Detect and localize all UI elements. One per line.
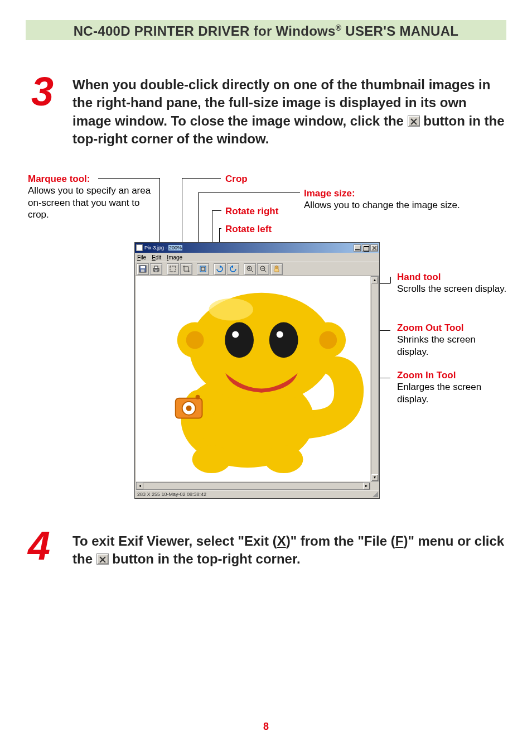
imagesize-button[interactable]: [197, 263, 209, 275]
svg-rect-2: [141, 269, 144, 272]
close-button[interactable]: [370, 244, 378, 252]
svg-point-31: [232, 331, 239, 338]
leader-line: [390, 277, 391, 283]
svg-rect-1: [141, 266, 145, 268]
step-3-text: When you double-click directly on one of…: [72, 76, 507, 148]
title-left: NC-400D PRINTER DRIVER for Windows: [74, 23, 336, 38]
title-sup: ®: [336, 23, 342, 32]
step4-x: X: [277, 533, 286, 548]
minimize-button[interactable]: [354, 244, 361, 252]
svg-line-14: [264, 270, 267, 272]
callout-zoomin: Zoom In Tool Enlarges the screen display…: [397, 369, 509, 405]
rotate-right-button[interactable]: [214, 263, 226, 275]
zoomin-title: Zoom In Tool: [397, 369, 509, 381]
titlebar-zoom: 200%: [168, 245, 182, 251]
leader-line: [212, 210, 221, 211]
menu-image[interactable]: Image: [167, 254, 182, 261]
step-4-text: To exit Exif Viewer, select "Exit (X)" f…: [72, 532, 507, 569]
titlebar-text: Pix-3.jpg - 200%: [144, 245, 182, 251]
scroll-right-arrow[interactable]: ▸: [363, 483, 370, 489]
callout-rotate-right: Rotate right: [225, 205, 278, 217]
step-number-4: 4: [28, 526, 50, 566]
save-button[interactable]: [137, 263, 149, 275]
imagesize-body: Allows you to change the image size.: [304, 199, 505, 211]
svg-point-18: [264, 445, 303, 473]
title-right: USER'S MANUAL: [341, 23, 458, 38]
callout-hand: Hand tool Scrolls the screen display.: [397, 271, 509, 295]
callout-marquee: Marquee tool: Allows you to specify an a…: [28, 173, 156, 220]
menu-edit[interactable]: Edit: [152, 254, 161, 261]
status-bar: 283 X 255 10-May-02 08:38:42: [136, 490, 379, 498]
titlebar: Pix-3.jpg - 200%: [135, 243, 379, 253]
zoomout-button[interactable]: [257, 263, 269, 275]
svg-point-23: [196, 395, 200, 399]
svg-point-27: [186, 331, 204, 349]
titlebar-filename: Pix-3.jpg -: [144, 245, 168, 251]
step4-d: button in the top-right corner.: [112, 551, 300, 566]
close-icon: [408, 115, 420, 127]
page-number: 8: [0, 721, 532, 733]
image-canvas: [136, 276, 370, 481]
scroll-up-arrow[interactable]: ▴: [371, 277, 378, 283]
svg-rect-8: [201, 267, 205, 271]
print-button[interactable]: [150, 263, 162, 275]
resize-grip[interactable]: [373, 492, 378, 497]
titlebar-left: Pix-3.jpg - 200%: [136, 244, 182, 251]
zoomout-body: Shrinks the screen display.: [397, 334, 509, 358]
menu-bar: File Edit Image: [135, 253, 379, 262]
callout-rotate-left: Rotate left: [225, 223, 272, 235]
app-icon: [136, 244, 143, 251]
scroll-left-arrow[interactable]: ◂: [137, 483, 143, 489]
hand-body: Scrolls the screen display.: [397, 283, 509, 295]
scroll-down-arrow[interactable]: ▾: [371, 474, 378, 481]
horizontal-scrollbar[interactable]: ◂ ▸: [136, 482, 370, 490]
svg-rect-4: [154, 266, 158, 268]
svg-point-22: [186, 406, 192, 411]
marquee-body: Allows you to specify an area on-screen …: [28, 185, 156, 220]
hand-title: Hand tool: [397, 271, 509, 283]
toolbar: [135, 262, 379, 276]
image-window: Pix-3.jpg - 200% File Edit Image: [134, 242, 380, 499]
page-title: NC-400D PRINTER DRIVER for Windows® USER…: [0, 23, 532, 39]
step-number-3: 3: [31, 71, 54, 112]
svg-line-10: [251, 270, 253, 272]
marquee-title: Marquee tool:: [28, 173, 156, 185]
leader-line: [198, 192, 300, 193]
crop-button[interactable]: [180, 263, 192, 275]
zoomin-button[interactable]: [244, 263, 256, 275]
svg-point-32: [277, 331, 283, 338]
step4-f: F: [395, 533, 404, 548]
hand-tool-button[interactable]: [270, 263, 283, 275]
zoomout-title: Zoom Out Tool: [397, 322, 509, 334]
callout-zoomout: Zoom Out Tool Shrinks the screen display…: [397, 322, 509, 358]
leader-line: [182, 178, 221, 179]
callout-imagesize: Image size: Allows you to change the ima…: [304, 187, 505, 211]
menu-file[interactable]: File: [137, 254, 146, 261]
monkey-image: [136, 276, 370, 481]
svg-point-17: [192, 445, 231, 473]
svg-point-28: [319, 331, 337, 349]
svg-point-30: [269, 322, 298, 358]
svg-point-29: [225, 322, 254, 358]
maximize-button[interactable]: [362, 244, 370, 252]
svg-rect-6: [170, 266, 176, 272]
imagesize-title: Image size:: [304, 187, 505, 199]
svg-rect-5: [154, 270, 158, 272]
callout-crop: Crop: [225, 173, 248, 185]
status-text: 283 X 255 10-May-02 08:38:42: [137, 492, 206, 497]
vertical-scrollbar[interactable]: ▴ ▾: [371, 276, 379, 481]
zoomin-body: Enlarges the screen display.: [397, 381, 509, 405]
step4-b: )" from the "File (: [286, 533, 395, 548]
close-icon: [96, 553, 109, 565]
leader-line: [98, 178, 159, 179]
step4-a: To exit Exif Viewer, select "Exit (: [72, 533, 277, 548]
marquee-tool-button[interactable]: [167, 263, 179, 275]
svg-point-33: [209, 298, 253, 321]
window-buttons: [354, 244, 378, 252]
rotate-left-button[interactable]: [227, 263, 239, 275]
